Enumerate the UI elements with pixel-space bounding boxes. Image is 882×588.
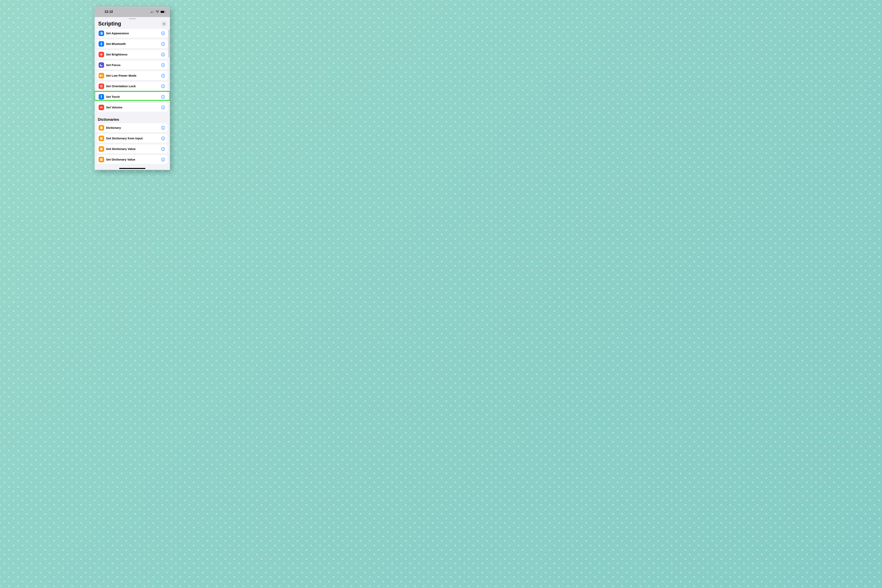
action-label: Set Orientation Lock [106, 84, 161, 88]
info-icon [161, 136, 165, 140]
sheet-title: Scripting [98, 21, 121, 27]
info-button[interactable] [161, 84, 165, 88]
low-power-icon [99, 73, 104, 78]
info-icon [161, 52, 165, 57]
info-icon [161, 74, 165, 78]
action-set-volume[interactable]: Set Volume [97, 103, 168, 112]
info-icon [161, 147, 165, 151]
action-label: Set Dictionary Value [106, 158, 161, 161]
bluetooth-icon [99, 41, 104, 46]
svg-point-30 [163, 64, 163, 64]
svg-rect-61 [163, 148, 163, 150]
svg-rect-53 [163, 128, 163, 129]
action-dictionary[interactable]: Dictionary [97, 123, 168, 132]
svg-rect-57 [163, 138, 163, 139]
brightness-icon [99, 52, 104, 57]
action-label: Set Low Power Mode [106, 74, 161, 77]
info-icon [161, 105, 165, 110]
info-button[interactable] [161, 94, 165, 99]
moon-icon [99, 62, 104, 68]
status-icons [150, 10, 166, 13]
info-button[interactable] [161, 105, 165, 110]
status-time: 12:12 [105, 10, 113, 14]
action-label: Get Dictionary from Input [106, 136, 161, 140]
info-icon [161, 95, 165, 99]
svg-point-0 [150, 12, 151, 12]
info-button[interactable] [161, 74, 165, 78]
svg-point-56 [163, 137, 163, 138]
info-button[interactable] [161, 42, 165, 46]
svg-point-60 [163, 148, 163, 148]
action-set-torch[interactable]: Set Torch [97, 92, 168, 101]
info-icon [161, 84, 165, 88]
svg-rect-33 [100, 75, 101, 76]
svg-point-5 [153, 11, 154, 11]
action-set-low-power-mode[interactable]: Set Low Power Mode [97, 71, 168, 80]
svg-point-15 [163, 43, 163, 44]
svg-rect-45 [163, 96, 163, 98]
action-set-orientation-lock[interactable]: Set Orientation Lock [97, 82, 168, 90]
svg-point-4 [152, 11, 153, 11]
svg-rect-49 [100, 126, 102, 129]
scroll-indicator [169, 30, 170, 57]
actions-scroller[interactable]: Set Appearance Set Bluetooth [94, 28, 170, 170]
action-set-appearance[interactable]: Set Appearance [97, 29, 168, 38]
svg-point-64 [163, 159, 163, 159]
info-icon [161, 63, 165, 67]
action-label: Set Appearance [106, 32, 161, 35]
svg-point-47 [163, 106, 163, 107]
action-get-dictionary-value[interactable]: Get Dictionary Value [97, 144, 168, 153]
svg-point-44 [163, 96, 163, 96]
home-indicator[interactable] [119, 168, 146, 169]
info-icon [161, 42, 165, 46]
action-get-dictionary-from-input[interactable]: Get Dictionary from Input [97, 134, 168, 143]
status-bar: 12:12 [94, 6, 170, 17]
book-icon [99, 125, 104, 130]
svg-point-1 [152, 12, 152, 12]
svg-point-3 [152, 11, 152, 11]
action-label: Set Bluetooth [106, 42, 161, 46]
sheet: Scripting Set Appearance [94, 17, 170, 170]
action-label: Set Volume [106, 106, 161, 109]
info-button[interactable] [161, 63, 165, 67]
svg-rect-31 [163, 64, 163, 66]
svg-line-25 [102, 53, 102, 54]
svg-line-23 [102, 55, 102, 56]
info-button[interactable] [161, 158, 165, 162]
action-label: Set Focus [106, 63, 161, 67]
action-label: Set Torch [106, 95, 161, 99]
dict-braces-icon [99, 146, 104, 152]
close-button[interactable] [161, 21, 167, 27]
svg-point-36 [163, 75, 163, 75]
svg-rect-37 [163, 75, 163, 76]
svg-point-27 [163, 54, 163, 54]
appearance-icon [99, 31, 104, 36]
action-set-brightness[interactable]: Set Brightness [97, 50, 168, 59]
volume-icon [99, 105, 104, 110]
wifi-icon [156, 10, 159, 13]
sheet-grabber[interactable] [129, 18, 136, 19]
svg-rect-62 [100, 158, 102, 160]
info-button[interactable] [161, 147, 165, 151]
svg-rect-48 [163, 107, 163, 108]
action-set-bluetooth[interactable]: Set Bluetooth [97, 39, 168, 48]
torch-icon [99, 94, 104, 100]
svg-rect-34 [102, 75, 103, 76]
info-button[interactable] [161, 126, 165, 130]
info-icon [161, 126, 165, 130]
dict-braces-icon [99, 157, 104, 162]
info-button[interactable] [161, 52, 165, 57]
svg-rect-41 [163, 86, 163, 87]
section-header-dictionaries: Dictionaries [97, 114, 168, 123]
info-icon [161, 32, 165, 35]
action-set-dictionary-value[interactable]: Set Dictionary Value [97, 155, 168, 164]
action-set-focus[interactable]: Set Focus [97, 61, 168, 69]
info-button[interactable] [161, 136, 165, 141]
dual-sim-icon [150, 10, 154, 13]
svg-rect-28 [163, 54, 163, 55]
svg-point-12 [163, 32, 163, 33]
svg-point-40 [163, 85, 163, 86]
svg-rect-38 [101, 86, 102, 87]
svg-point-2 [150, 11, 151, 11]
info-button[interactable] [161, 31, 165, 36]
